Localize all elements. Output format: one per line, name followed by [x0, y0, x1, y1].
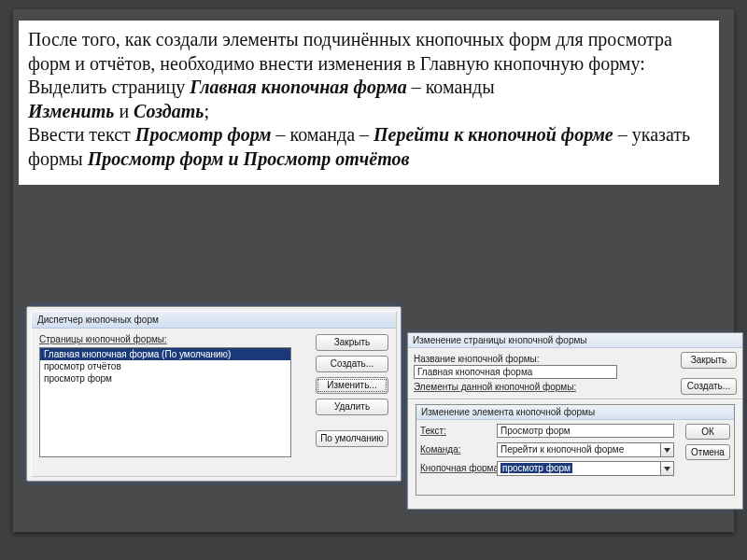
name-input[interactable]: Главная кнопочная форма — [414, 365, 617, 379]
command-combobox[interactable]: Перейти к кнопочной форме — [497, 442, 674, 457]
switchboard-manager-dialog: Диспетчер кнопочных форм Страницы кнопоч… — [26, 306, 402, 482]
form-label: Кнопочная форма: — [420, 463, 501, 473]
para2b: Главная кнопочная форма — [190, 77, 406, 97]
edit-switchboard-page-dialog: Изменение страницы кнопочной формы Назва… — [407, 332, 743, 510]
para3c: – команда – — [272, 124, 374, 145]
dialog-title: Диспетчер кнопочных форм — [32, 312, 396, 329]
close-button[interactable]: Закрыть — [316, 334, 388, 351]
instruction-text: После того, как создали элементы подчинё… — [19, 21, 719, 185]
chevron-down-icon[interactable] — [661, 461, 674, 476]
new-button[interactable]: Создать... — [681, 378, 737, 395]
edit-button[interactable]: Изменить... — [316, 377, 388, 394]
para2d: Изменить — [28, 101, 114, 121]
para2c: – команды — [407, 77, 495, 97]
command-value[interactable]: Перейти к кнопочной форме — [497, 442, 661, 457]
text-input[interactable]: Просмотр форм — [497, 424, 674, 438]
para3b: Просмотр форм — [135, 124, 272, 145]
cancel-button[interactable]: Отмена — [685, 444, 730, 460]
items-label: Элементы данной кнопочной формы: — [414, 382, 576, 392]
para1: После того, как создали элементы подчинё… — [28, 29, 672, 74]
text-label: Текст: — [420, 426, 446, 436]
delete-button[interactable]: Удалить — [316, 399, 388, 415]
pages-listbox[interactable]: Главная кнопочная форма (По умолчанию) п… — [39, 347, 291, 457]
dialog-title: Изменение страницы кнопочной формы — [408, 333, 742, 348]
edit-switchboard-item-dialog: Изменение элемента кнопочной формы Текст… — [416, 404, 735, 496]
para2f: Создать — [134, 101, 204, 121]
chevron-down-icon[interactable] — [661, 442, 674, 457]
form-value[interactable]: просмотр форм — [497, 461, 661, 476]
slide: После того, как создали элементы подчинё… — [13, 9, 734, 532]
para2e: и — [114, 101, 134, 121]
command-label: Команда: — [420, 444, 461, 455]
para3d: Перейти к кнопочной форме — [374, 124, 613, 145]
form-combobox[interactable]: просмотр форм — [497, 461, 674, 476]
close-button[interactable]: Закрыть — [681, 352, 737, 369]
pages-label: Страницы кнопочной формы: — [39, 334, 167, 344]
para2g: ; — [204, 101, 209, 121]
list-item[interactable]: Главная кнопочная форма (По умолчанию) — [40, 348, 290, 360]
dialog-title: Изменение элемента кнопочной формы — [416, 405, 734, 420]
default-button[interactable]: По умолчанию — [316, 430, 388, 447]
name-label: Название кнопочной формы: — [414, 354, 540, 364]
para3a: Ввести текст — [28, 124, 135, 145]
list-item[interactable]: просмотр отчётов — [40, 360, 290, 372]
ok-button[interactable]: ОК — [685, 424, 730, 440]
new-button[interactable]: Создать... — [316, 356, 388, 372]
para2a: Выделить страницу — [28, 77, 190, 97]
list-item[interactable]: просмотр форм — [40, 372, 290, 385]
para3f: Просмотр форм и Просмотр отчётов — [88, 148, 410, 169]
